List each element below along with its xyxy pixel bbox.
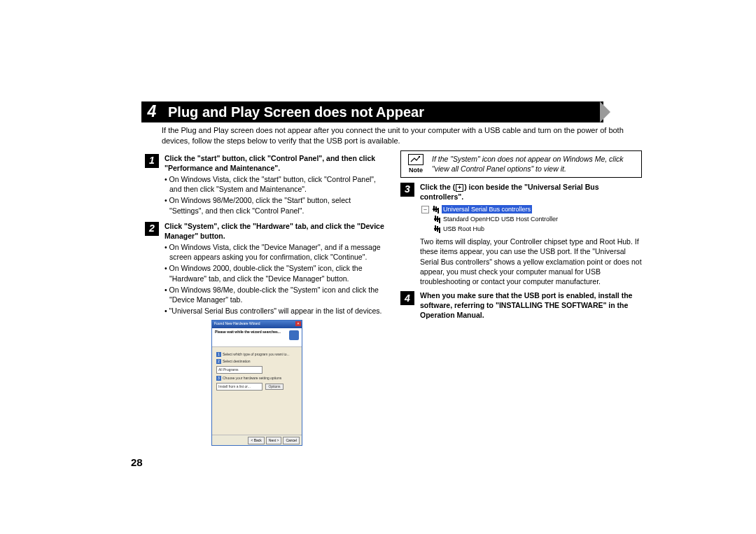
step3-pre: Click the ( bbox=[420, 183, 455, 191]
list-item: "Universal Serial Bus controllers" will … bbox=[164, 306, 386, 316]
page-number: 28 bbox=[131, 456, 143, 470]
tree-item: Standard OpenHCD USB Host Controller bbox=[433, 214, 642, 224]
step3-explanation: Two items will display, your Controller … bbox=[420, 237, 644, 286]
step-heading: Click the (+) icon beside the "Universal… bbox=[420, 182, 642, 202]
minus-icon: – bbox=[421, 206, 429, 213]
step-2: 2 Click "System", click the "Hardware" t… bbox=[145, 221, 386, 316]
section-header: 4 Plug and Play Screen does not Appear bbox=[141, 101, 603, 122]
wizard-back-btn: < Back bbox=[248, 437, 264, 444]
tree-item-label: Standard OpenHCD USB Host Controller bbox=[443, 215, 558, 223]
wizard-screenshot: Found New Hardware Wizard × Please wait … bbox=[211, 320, 302, 446]
step-heading: Click the "start" button, click "Control… bbox=[164, 153, 386, 173]
list-item: On Windows Vista, click the "start" butt… bbox=[164, 174, 386, 194]
wizard-row3: Choose your hardware setting options bbox=[223, 376, 281, 380]
close-icon: × bbox=[295, 321, 301, 326]
right-column: Note If the "System" icon does not appea… bbox=[400, 150, 642, 447]
tree-root-label: Universal Serial Bus controllers bbox=[442, 205, 532, 213]
wizard-combo: All Programs bbox=[216, 366, 262, 374]
wizard-next-btn: Next > bbox=[266, 437, 282, 444]
content-columns: 1 Click the "start" button, click "Contr… bbox=[145, 150, 642, 447]
left-column: 1 Click the "start" button, click "Contr… bbox=[145, 150, 386, 447]
wizard-icon bbox=[289, 330, 299, 340]
wizard-titlebar: Found New Hardware Wizard × bbox=[212, 321, 302, 328]
list-item: On Windows Vista, click the "Device Mana… bbox=[164, 242, 386, 262]
note-label: Note bbox=[409, 167, 423, 174]
step-3: 3 Click the (+) icon beside the "Univers… bbox=[400, 182, 642, 202]
wizard-options-btn: Options bbox=[265, 384, 283, 390]
step-number: 1 bbox=[145, 154, 159, 168]
wizard-cancel-btn: Cancel bbox=[283, 437, 300, 444]
wizard-header: Please wait while the wizard searches... bbox=[212, 328, 302, 347]
step-body: Click the (+) icon beside the "Universal… bbox=[420, 182, 642, 202]
step-number: 4 bbox=[400, 291, 414, 305]
note-icon-col: Note bbox=[405, 154, 426, 174]
svg-marker-0 bbox=[600, 101, 610, 122]
wizard-row1: Select which type of program you want to… bbox=[223, 352, 290, 356]
tree-item-label: USB Root Hub bbox=[443, 225, 484, 233]
wizard-row2: Select destination bbox=[223, 359, 250, 363]
section-number: 4 bbox=[141, 101, 162, 122]
step-1: 1 Click the "start" button, click "Contr… bbox=[145, 153, 386, 216]
usb-icon bbox=[431, 206, 440, 213]
step-body: Click the "start" button, click "Control… bbox=[164, 153, 386, 216]
svg-point-2 bbox=[419, 155, 420, 157]
plus-icon: + bbox=[456, 184, 463, 192]
wizard-header-text: Please wait while the wizard searches... bbox=[215, 330, 299, 335]
usb-icon bbox=[433, 225, 441, 232]
tree-root-row: – Universal Serial Bus controllers bbox=[421, 204, 642, 214]
manual-page: 4 Plug and Play Screen does not Appear I… bbox=[0, 0, 756, 534]
step-heading: When you make sure that the USB port is … bbox=[420, 290, 642, 321]
device-tree-figure: – Universal Serial Bus controllers Stand… bbox=[421, 204, 642, 234]
wizard-button-bar: < Back Next > Cancel bbox=[212, 435, 302, 445]
note-text: If the "System" icon does not appear on … bbox=[432, 154, 637, 174]
step-body: Click "System", click the "Hardware" tab… bbox=[164, 221, 386, 316]
step-heading: Click "System", click the "Hardware" tab… bbox=[164, 221, 386, 241]
usb-icon bbox=[433, 216, 441, 223]
step-number: 3 bbox=[400, 183, 414, 197]
step-number: 2 bbox=[145, 222, 159, 236]
list-item: On Windows 98/Me/2000, click the "Start"… bbox=[164, 195, 386, 215]
tree-item: USB Root Hub bbox=[433, 224, 642, 234]
intro-paragraph: If the Plug and Play screen does not app… bbox=[162, 125, 638, 146]
wizard-title: Found New Hardware Wizard bbox=[214, 321, 260, 325]
list-item: On Windows 2000, double-click the "Syste… bbox=[164, 263, 386, 283]
header-arrow-icon bbox=[600, 101, 614, 122]
note-pen-icon bbox=[408, 154, 424, 165]
note-box: Note If the "System" icon does not appea… bbox=[400, 150, 642, 178]
step-body: When you make sure that the USB port is … bbox=[420, 290, 642, 321]
wizard-body: 1Select which type of program you want t… bbox=[212, 347, 302, 395]
step-4: 4 When you make sure that the USB port i… bbox=[400, 290, 642, 321]
list-item: On Windows 98/Me, double-click the "Syst… bbox=[164, 285, 386, 304]
wizard-opt: Install from a list or... bbox=[216, 383, 262, 391]
section-title: Plug and Play Screen does not Appear bbox=[162, 101, 603, 122]
